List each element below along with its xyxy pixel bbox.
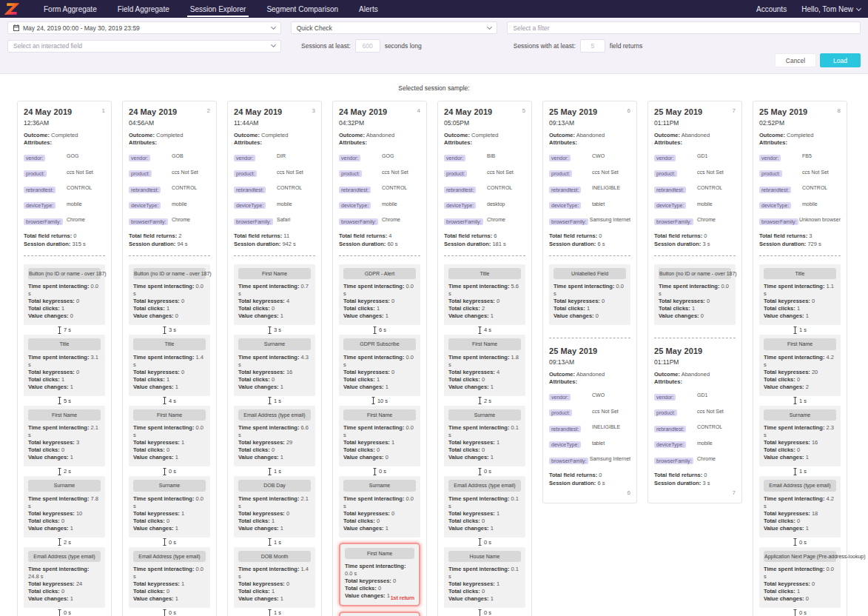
attribute-key: rebrandtest: [24,187,55,193]
attribute-row: rebrandtest:CONTROL [654,181,736,195]
total-keypresses: Total keypresses: 29 [238,439,311,446]
time-gap-icon [793,397,797,404]
field-card: TitleTime spent interacting: 1.4 sTotal … [129,335,210,396]
session-index: 8 [838,107,841,114]
total-clicks: Total clicks: 0 [28,588,101,595]
returns-input[interactable] [580,39,605,53]
attribute-key: browserFamily: [129,218,168,225]
total-keypresses-label: Total keypresses: [133,298,180,304]
time-gap: 0 s [759,538,841,547]
field-name: Button (no ID or name - over 187) [28,268,101,280]
session-time: 05:05PM [444,119,525,127]
quick-check-select[interactable]: Quick Check [291,21,498,34]
nav-item-form-aggregate[interactable]: Form Aggregate [33,0,107,18]
total-keypresses-label: Total keypresses: [764,369,810,375]
session-outcome-label: Outcome: [654,371,680,378]
session-outcome-label: Outcome: [24,132,50,138]
accounts-link[interactable]: Accounts [749,0,794,18]
time-gap: 0 s [339,466,420,476]
dashed-separator [654,255,736,256]
time-spent-label: Time spent interacting: [343,495,404,502]
field-name: Surname [448,409,521,421]
time-gap-value: 5 s [64,398,71,404]
date-range-value: May 24, 2019 00:00 - May 30, 2019 23:59 [23,24,140,32]
total-clicks-label: Total clicks: [448,305,480,312]
field-card: DOB DayTime spent interacting: 2.1 sTota… [234,476,315,538]
nav-item-field-aggregate[interactable]: Field Aggregate [107,0,180,18]
zuko-logo-icon[interactable] [2,0,21,18]
dashed-separator [234,255,315,256]
value-changes-label: Value changes: [764,454,804,461]
time-gap-icon [58,609,61,616]
time-gap: 6 s [339,325,420,335]
time-spent-label: Time spent interacting: [238,354,299,361]
time-spent-label: Time spent interacting: [28,354,89,361]
time-gap: 1 s [234,396,315,406]
time-gap-value: 0 s [169,609,176,616]
chevron-down-icon [487,24,492,29]
field-name: First Name [448,338,521,350]
field-name: Surname [343,480,416,492]
seconds-input[interactable] [355,39,380,53]
attribute-key: browserFamily: [759,218,798,225]
attribute-value: mobile [172,201,187,207]
attribute-row: browserFamily:Chrome [24,213,105,227]
value-changes-label: Value changes: [448,595,489,602]
time-spent-label: Time spent interacting: [238,495,299,502]
attribute-key: browserFamily: [549,458,588,464]
attribute-row: browserFamily:Chrome [339,213,420,227]
nav-item-session-explorer[interactable]: Session Explorer [180,0,257,18]
time-gap-value: 0 s [484,609,491,616]
filter-select[interactable]: Select a filter [507,21,861,34]
time-spent-label: Time spent interacting: [28,566,89,572]
time-spent-label: Time spent interacting: [133,495,194,502]
field-card: SurnameTime spent interacting: 0.1 sTota… [444,406,525,467]
load-button[interactable]: Load [820,53,861,67]
attribute-value: ccs Not Set [697,409,724,414]
nav-item-alerts[interactable]: Alerts [349,0,388,18]
attribute-value: INELIGIBLE [592,185,620,190]
total-field-returns-label: Total field returns: [24,232,72,239]
attribute-value: BIB [487,153,495,158]
cancel-button[interactable]: Cancel [775,53,816,67]
attribute-row: deviceType:mobile [24,197,105,210]
attribute-value: tablet [592,441,605,446]
time-spent-label: Time spent interacting: [448,495,509,502]
time-gap-icon [58,397,61,404]
attribute-key: vendor: [444,155,465,161]
nav-item-segment-comparison[interactable]: Segment Comparison [256,0,349,18]
field-card: SurnameTime spent interacting: 7.8 sTota… [24,476,105,538]
session-time: 11:44AM [234,119,315,127]
total-keypresses: Total keypresses: 4 [238,298,311,305]
time-gap-icon [478,609,482,616]
time-spent: Time spent interacting: 0.0 s [133,566,206,580]
attribute-row: rebrandtest:INELIGIBLE [549,421,630,434]
total-field-returns-label: Total field returns: [129,232,177,239]
attribute-row: product:ccs Not Set [654,165,736,178]
value-changes: Value changes: 1 [133,454,206,461]
time-spent: Time spent interacting: 0.0 s [659,283,731,298]
value-changes-label: Value changes: [28,384,69,390]
total-clicks-label: Total clicks: [238,446,270,453]
total-clicks: Total clicks: 0 [448,518,521,525]
field-card: Email Address (type email)Time spent int… [129,547,210,609]
field-card: First NameTime spent interacting: 0.7 sT… [234,264,315,326]
time-gap: 1 s [759,466,841,476]
interacted-field-select[interactable]: Select an interacted field [7,40,281,53]
field-name: Surname [28,480,101,492]
time-gap-icon [478,538,482,546]
attribute-key: deviceType: [549,202,581,209]
date-range-picker[interactable]: May 24, 2019 00:00 - May 30, 2019 23:59 [7,21,281,34]
value-changes-label: Value changes: [28,595,69,602]
time-gap-icon [268,397,272,404]
attribute-row: deviceType:mobile [339,197,420,210]
total-clicks: Total clicks: 0 [28,446,101,454]
user-menu[interactable]: Hello, Tom New [794,0,868,18]
session-outcome: Outcome: Abandoned [654,132,736,139]
field-name: Email Address (type email) [238,409,311,421]
total-clicks-label: Total clicks: [448,588,480,595]
field-card: First NameTime spent interacting: 0.0 sT… [339,406,420,467]
attribute-value: CONTROL [487,185,512,190]
field-card: First NameTime spent interacting: 1.8 sT… [444,335,525,396]
attribute-value: ccs Not Set [802,170,829,175]
